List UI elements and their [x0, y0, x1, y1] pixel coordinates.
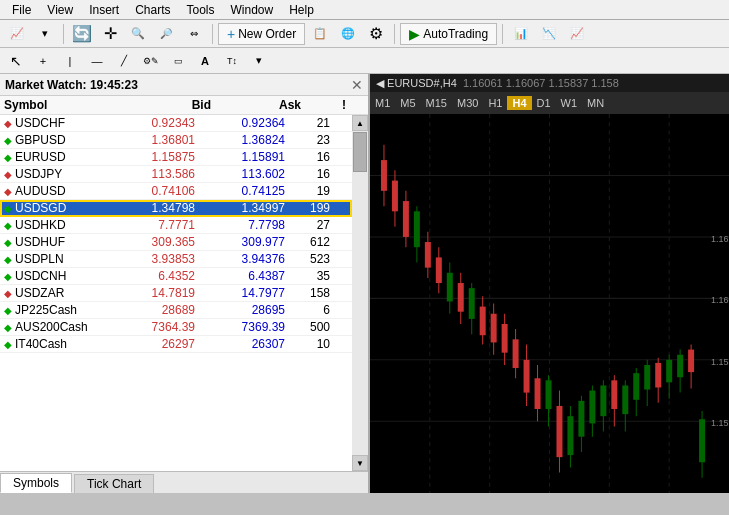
- market-watch-row[interactable]: ◆ USDZAR 14.7819 14.7977 158: [0, 285, 352, 302]
- col-ask: Ask: [211, 98, 301, 112]
- svg-rect-21: [436, 257, 442, 283]
- symbol-name: GBPUSD: [15, 133, 66, 147]
- menu-file[interactable]: File: [4, 1, 39, 19]
- toolbar-chart-type3[interactable]: 📈: [564, 23, 590, 45]
- svg-rect-51: [600, 385, 606, 416]
- market-watch-row[interactable]: ◆ AUS200Cash 7364.39 7369.39 500: [0, 319, 352, 336]
- bid-value: 1.36801: [105, 133, 195, 147]
- bid-value: 0.74106: [105, 184, 195, 198]
- autotrading-icon: ▶: [409, 26, 420, 42]
- toolbar-btn2[interactable]: ▾: [32, 23, 58, 45]
- tf-h4[interactable]: H4: [507, 96, 531, 110]
- menu-tools[interactable]: Tools: [179, 1, 223, 19]
- scroll-up-button[interactable]: ▲: [352, 115, 368, 131]
- market-watch-row[interactable]: ◆ EURUSD 1.15875 1.15891 16: [0, 149, 352, 166]
- tf-h1[interactable]: H1: [483, 96, 507, 110]
- market-watch-scrollbar: ▲ ▼: [352, 115, 368, 471]
- toolbar-crosshair[interactable]: ✛: [97, 23, 123, 45]
- tf-m5[interactable]: M5: [395, 96, 420, 110]
- market-watch-row[interactable]: ◆ GBPUSD 1.36801 1.36824 23: [0, 132, 352, 149]
- bid-value: 14.7819: [105, 286, 195, 300]
- draw-diag[interactable]: ╱: [112, 51, 136, 71]
- symbol-name: IT40Cash: [15, 337, 67, 351]
- spread-value: 27: [285, 218, 330, 232]
- symbol-cell: ◆ USDCNH: [4, 269, 105, 283]
- svg-rect-35: [513, 339, 519, 368]
- draw-tools[interactable]: ⚙✎: [139, 51, 163, 71]
- bid-value: 1.34798: [105, 201, 195, 215]
- market-watch-header: Market Watch: 19:45:23 ✕: [0, 74, 368, 96]
- tf-d1[interactable]: D1: [532, 96, 556, 110]
- spread-value: 199: [285, 201, 330, 215]
- ask-value: 113.602: [195, 167, 285, 181]
- toolbar-btn-extra[interactable]: 📋: [307, 23, 333, 45]
- bid-value: 3.93853: [105, 252, 195, 266]
- svg-rect-37: [524, 360, 530, 393]
- toolbar-btn-extra3[interactable]: ⚙: [363, 23, 389, 45]
- market-watch-row[interactable]: ◆ USDCNH 6.4352 6.4387 35: [0, 268, 352, 285]
- toolbar-chart-type2[interactable]: 📉: [536, 23, 562, 45]
- toolbar-zoom-out[interactable]: 🔎: [153, 23, 179, 45]
- tab-symbols[interactable]: Symbols: [0, 473, 72, 493]
- autotrading-label: AutoTrading: [423, 27, 488, 41]
- sep4: [502, 24, 503, 44]
- main-toolbar: 📈 ▾ 🔄 ✛ 🔍 🔎 ⇔ + New Order 📋 🌐 ⚙ ▶ AutoTr…: [0, 20, 729, 48]
- svg-rect-41: [546, 380, 552, 409]
- draw-hline[interactable]: —: [85, 51, 109, 71]
- menu-window[interactable]: Window: [223, 1, 282, 19]
- ask-value: 0.92364: [195, 116, 285, 130]
- drawing-toolbar: ↖ + | — ╱ ⚙✎ ▭ A T↕ ▾: [0, 48, 729, 74]
- toolbar-scroll[interactable]: ⇔: [181, 23, 207, 45]
- tf-mn[interactable]: MN: [582, 96, 609, 110]
- scroll-down-button[interactable]: ▼: [352, 455, 368, 471]
- tf-m15[interactable]: M15: [421, 96, 452, 110]
- menu-charts[interactable]: Charts: [127, 1, 178, 19]
- bid-value: 1.15875: [105, 150, 195, 164]
- symbol-name: USDCNH: [15, 269, 66, 283]
- spread-value: 16: [285, 167, 330, 181]
- tab-tick-chart[interactable]: Tick Chart: [74, 474, 154, 493]
- svg-rect-67: [688, 350, 694, 373]
- ask-value: 3.94376: [195, 252, 285, 266]
- market-watch-row[interactable]: ◆ USDJPY 113.586 113.602 16: [0, 166, 352, 183]
- draw-text[interactable]: A: [193, 51, 217, 71]
- menu-view[interactable]: View: [39, 1, 81, 19]
- draw-line[interactable]: |: [58, 51, 82, 71]
- menu-help[interactable]: Help: [281, 1, 322, 19]
- market-watch-close[interactable]: ✕: [351, 77, 363, 93]
- market-watch-row[interactable]: ◆ USDCHF 0.92343 0.92364 21: [0, 115, 352, 132]
- draw-arrow[interactable]: ▾: [247, 51, 271, 71]
- menu-insert[interactable]: Insert: [81, 1, 127, 19]
- tf-w1[interactable]: W1: [556, 96, 583, 110]
- toolbar-btn-extra2[interactable]: 🌐: [335, 23, 361, 45]
- symbol-name: USDZAR: [15, 286, 64, 300]
- main-content: Market Watch: 19:45:23 ✕ Symbol Bid Ask …: [0, 74, 729, 493]
- market-watch-row[interactable]: ◆ AUDUSD 0.74106 0.74125 19: [0, 183, 352, 200]
- market-watch-row[interactable]: ◆ JP225Cash 28689 28695 6: [0, 302, 352, 319]
- autotrading-button[interactable]: ▶ AutoTrading: [400, 23, 497, 45]
- spread-value: 35: [285, 269, 330, 283]
- market-watch-row[interactable]: ◆ USDPLN 3.93853 3.94376 523: [0, 251, 352, 268]
- toolbar-profile[interactable]: 🔄: [69, 23, 95, 45]
- chart-symbol-title: ◀ EURUSD#,H4 1.16061 1.16067 1.15837 1.1…: [376, 77, 619, 90]
- draw-label[interactable]: T↕: [220, 51, 244, 71]
- ask-value: 14.7977: [195, 286, 285, 300]
- draw-cursor[interactable]: ↖: [4, 51, 28, 71]
- market-watch-row[interactable]: ◆ USDHKD 7.7771 7.7798 27: [0, 217, 352, 234]
- draw-crosshair[interactable]: +: [31, 51, 55, 71]
- toolbar-new-chart[interactable]: 📈: [4, 23, 30, 45]
- tf-m1[interactable]: M1: [370, 96, 395, 110]
- scroll-thumb[interactable]: [353, 132, 367, 172]
- direction-arrow: ◆: [4, 118, 12, 129]
- col-bid: Bid: [121, 98, 211, 112]
- draw-rect[interactable]: ▭: [166, 51, 190, 71]
- svg-rect-25: [458, 283, 464, 312]
- svg-rect-49: [589, 391, 595, 424]
- market-watch-row[interactable]: ◆ USDSGD 1.34798 1.34997 199: [0, 200, 352, 217]
- market-watch-row[interactable]: ◆ IT40Cash 26297 26307 10: [0, 336, 352, 353]
- new-order-button[interactable]: + New Order: [218, 23, 305, 45]
- toolbar-zoom-in[interactable]: 🔍: [125, 23, 151, 45]
- market-watch-row[interactable]: ◆ USDHUF 309.365 309.977 612: [0, 234, 352, 251]
- tf-m30[interactable]: M30: [452, 96, 483, 110]
- toolbar-chart-type1[interactable]: 📊: [508, 23, 534, 45]
